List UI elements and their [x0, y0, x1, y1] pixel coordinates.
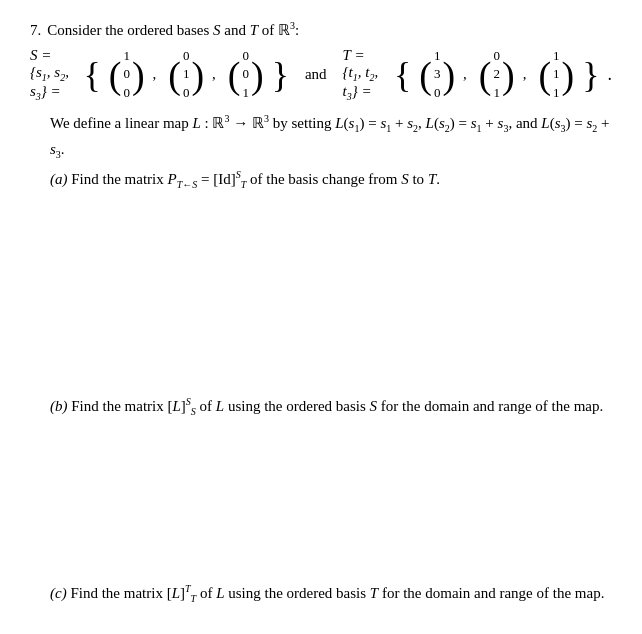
part-c-text: Find the matrix [L]TT of L using the ord…: [70, 585, 604, 601]
paren-left: (: [419, 56, 432, 94]
paren-right: ): [502, 56, 515, 94]
paren-left: (: [538, 56, 551, 94]
paren-right: ): [132, 56, 145, 94]
paren-left: (: [479, 56, 492, 94]
paren-left: (: [228, 56, 241, 94]
linear-map-definition: We define a linear map L : ℝ3 → ℝ3 by se…: [50, 110, 612, 163]
paren-left: (: [109, 56, 122, 94]
part-b-label: (b): [50, 398, 68, 414]
paren-right: ): [442, 56, 455, 94]
problem-number: 7.: [30, 22, 41, 39]
S-vector-3: ( 0 0 1 ): [228, 47, 264, 102]
part-c-label: (c): [50, 585, 67, 601]
S-v3-entries: 0 0 1: [241, 47, 252, 102]
part-b-text: Find the matrix [L]SS of L using the ord…: [71, 398, 603, 414]
problem-7: 7. Consider the ordered bases S and T of…: [30, 20, 612, 604]
T-left-brace: {: [394, 57, 411, 93]
S-vector-1: ( 1 0 0 ): [109, 47, 145, 102]
paren-right: ): [251, 56, 264, 94]
period: .: [608, 64, 613, 85]
comma1: ,: [153, 66, 157, 83]
comma4: ,: [523, 66, 527, 83]
paren-right: ): [191, 56, 204, 94]
part-a-answer-space: [30, 190, 612, 390]
T-vector-2: ( 0 2 1 ): [479, 47, 515, 102]
comma3: ,: [463, 66, 467, 83]
T-label: T = {t1, t2, t3} =: [343, 47, 386, 102]
T-v1-entries: 1 3 0: [432, 47, 443, 102]
part-b-answer-space: [30, 417, 612, 577]
paren-right: ): [562, 56, 575, 94]
part-b: (b) Find the matrix [L]SS of L using the…: [50, 396, 612, 417]
S-vector-2: ( 0 1 0 ): [168, 47, 204, 102]
comma2: ,: [212, 66, 216, 83]
T-vector-3: ( 1 1 1 ): [538, 47, 574, 102]
paren-left: (: [168, 56, 181, 94]
part-c: (c) Find the matrix [L]TT of L using the…: [50, 583, 612, 604]
T-v2-entries: 0 2 1: [492, 47, 503, 102]
part-a-label: (a): [50, 171, 68, 187]
problem-statement: Consider the ordered bases S and T of ℝ3…: [47, 20, 299, 39]
S-left-brace: {: [83, 57, 100, 93]
T-vector-1: ( 1 3 0 ): [419, 47, 455, 102]
S-right-brace: }: [272, 57, 289, 93]
T-right-brace: }: [582, 57, 599, 93]
part-a-text: Find the matrix PT←S = [Id]ST of the bas…: [71, 171, 440, 187]
S-label: S = {s1, s2, s3} =: [30, 47, 75, 102]
S-v1-entries: 1 0 0: [121, 47, 132, 102]
T-v3-entries: 1 1 1: [551, 47, 562, 102]
bases-definition: S = {s1, s2, s3} = { ( 1 0 0 ) , ( 0 1 0…: [30, 47, 612, 102]
S-v2-entries: 0 1 0: [181, 47, 192, 102]
and-word: and: [305, 66, 327, 83]
part-a: (a) Find the matrix PT←S = [Id]ST of the…: [50, 169, 612, 190]
